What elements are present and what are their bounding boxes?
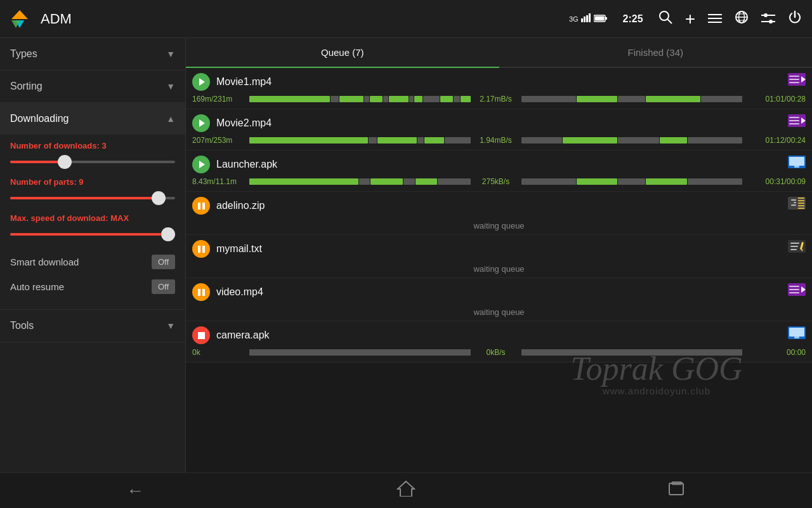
file-name-7: camera.apk xyxy=(216,330,788,341)
search-icon[interactable] xyxy=(658,10,672,28)
globe-icon[interactable] xyxy=(735,10,749,28)
file-icon-apk-7 xyxy=(788,326,806,344)
stat-speed-2: 1.94mB/s xyxy=(471,136,521,145)
tab-bar: Queue (7) Finished (34) xyxy=(186,38,812,68)
svg-rect-8 xyxy=(605,17,607,20)
svg-rect-25 xyxy=(789,76,799,77)
svg-rect-31 xyxy=(789,120,799,121)
file-icon-video-2 xyxy=(788,114,806,132)
download-item-4: adelino.zip waiting queue xyxy=(186,192,812,235)
sidebar-section-tools: Tools ▼ xyxy=(0,310,185,342)
play-button-3[interactable] xyxy=(192,156,210,173)
pause-button-6[interactable] xyxy=(192,283,210,301)
sidebar-section-types: Types ▼ xyxy=(0,38,185,70)
tab-queue-label: Queue (7) xyxy=(321,47,364,58)
stat-time-1: 01:01/00:28 xyxy=(742,95,806,104)
chevron-up-icon: ▲ xyxy=(166,114,175,124)
play-button-1[interactable] xyxy=(192,73,210,91)
chevron-down-icon-3: ▼ xyxy=(166,321,175,331)
progress-stats-3: 8.43m/11.1m 275kB/s xyxy=(192,177,806,186)
sidebar-downloading-label: Downloading xyxy=(10,113,69,124)
equalizer-icon[interactable] xyxy=(761,11,775,27)
recents-button[interactable] xyxy=(668,481,686,500)
play-button-2[interactable] xyxy=(192,114,210,132)
sidebar-types-header[interactable]: Types ▼ xyxy=(0,38,185,70)
smart-download-label: Smart download xyxy=(10,257,79,267)
sidebar-sorting-header[interactable]: Sorting ▼ xyxy=(0,70,185,102)
topbar-actions: 3G 2:25 + xyxy=(569,9,802,29)
download-item-5: mymail.txt waiting queue xyxy=(186,235,812,278)
file-icon-zip-4 xyxy=(788,197,806,215)
menu-icon[interactable] xyxy=(708,11,722,27)
progress-stats-1: 169m/231m xyxy=(192,95,806,104)
progress-bar-1b xyxy=(521,96,743,102)
waiting-text-5: waiting queue xyxy=(186,260,812,277)
svg-rect-4 xyxy=(584,17,586,22)
pause-button-5[interactable] xyxy=(192,240,210,258)
progress-bar-2 xyxy=(249,137,471,144)
download-item-2: Movie2.mp4 207m/253m xyxy=(186,109,812,150)
sidebar-section-sorting: Sorting ▼ xyxy=(0,70,185,103)
max-speed-value: MAX xyxy=(110,213,129,223)
svg-rect-55 xyxy=(789,292,799,293)
svg-rect-9 xyxy=(594,16,604,20)
svg-rect-3 xyxy=(581,18,583,22)
smart-download-value: Off xyxy=(152,255,175,269)
download-item-6-header: video.mp4 xyxy=(186,278,812,304)
tab-finished[interactable]: Finished (34) xyxy=(499,38,813,67)
add-icon[interactable]: + xyxy=(685,9,695,29)
download-item-5-header: mymail.txt xyxy=(186,235,812,260)
content-area: Queue (7) Finished (34) Movie1.mp4 xyxy=(186,38,812,472)
download-item-7: camera.apk 0k 0kB/s xyxy=(186,321,812,363)
num-parts-slider[interactable] xyxy=(10,192,175,204)
num-downloads-slider[interactable] xyxy=(10,156,175,168)
stat-speed-7: 0kB/s xyxy=(471,348,521,357)
file-name-1: Movie1.mp4 xyxy=(216,76,788,88)
tab-queue[interactable]: Queue (7) xyxy=(186,38,499,67)
progress-bar-3 xyxy=(249,178,471,185)
stat-time-7: 00:00 xyxy=(742,348,806,357)
progress-area-1: 169m/231m xyxy=(186,93,812,109)
num-parts-label: Number of parts: 9 xyxy=(10,177,175,187)
file-icon-video-1 xyxy=(788,73,806,91)
sidebar-section-downloading: Downloading ▲ Number of downloads: 3 xyxy=(0,103,185,310)
sidebar-sorting-label: Sorting xyxy=(10,81,43,92)
status-icons: 3G xyxy=(569,13,608,24)
num-parts-control: Number of parts: 9 xyxy=(10,177,175,204)
app-title: ADM xyxy=(41,11,72,27)
svg-rect-40 xyxy=(791,204,796,206)
max-speed-slider[interactable] xyxy=(10,228,175,241)
stat-left-7: 0k xyxy=(192,348,249,357)
svg-rect-32 xyxy=(789,123,799,124)
sidebar-downloading-header[interactable]: Downloading ▲ xyxy=(0,103,185,135)
svg-rect-26 xyxy=(789,79,799,80)
download-item-6: video.mp4 waiting queue xyxy=(186,278,812,321)
auto-resume-toggle[interactable]: Off xyxy=(152,279,175,294)
file-name-6: video.mp4 xyxy=(216,286,788,298)
progress-bar-3b xyxy=(521,178,743,185)
download-item-3-header: Launcher.apk xyxy=(186,150,812,176)
download-list: Movie1.mp4 169m/231m xyxy=(186,68,812,472)
smart-download-toggle[interactable]: Off xyxy=(152,255,175,269)
sidebar-tools-header[interactable]: Tools ▼ xyxy=(0,310,185,342)
stat-time-2: 01:12/00:24 xyxy=(742,136,806,145)
svg-rect-36 xyxy=(794,166,799,168)
pause-button-4[interactable] xyxy=(192,197,210,215)
signal-bars xyxy=(581,13,591,24)
auto-resume-value: Off xyxy=(152,279,175,294)
svg-rect-48 xyxy=(790,246,798,247)
svg-marker-0 xyxy=(11,10,28,19)
sidebar-tools-label: Tools xyxy=(10,320,34,331)
power-icon[interactable] xyxy=(788,10,802,28)
progress-stats-2: 207m/253m 1.94mB/s xyxy=(192,136,806,145)
signal-3g: 3G xyxy=(569,15,579,23)
svg-rect-49 xyxy=(790,249,797,250)
home-button[interactable] xyxy=(396,480,416,501)
stop-button-7[interactable] xyxy=(192,326,210,344)
svg-rect-39 xyxy=(794,202,796,203)
auto-resume-row: Auto resume Off xyxy=(10,274,175,299)
back-button[interactable]: ← xyxy=(126,481,144,501)
svg-rect-53 xyxy=(789,286,799,287)
file-icon-txt-5 xyxy=(788,240,806,258)
stat-speed-1: 2.17mB/s xyxy=(471,95,521,104)
